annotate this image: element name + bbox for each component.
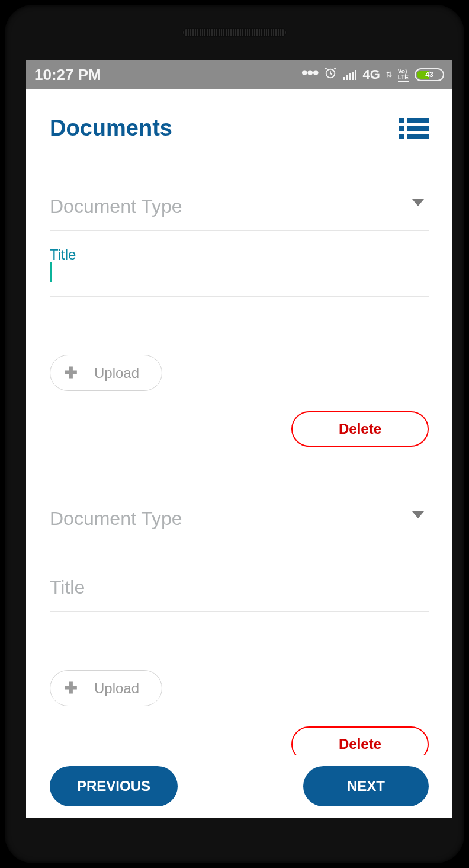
data-arrows-icon: ⇅ — [386, 71, 392, 79]
document-block: Document Type Title ✚ Upload Delete — [50, 453, 429, 768]
list-view-icon[interactable] — [399, 118, 429, 139]
plus-icon: ✚ — [65, 679, 78, 697]
volte-label: Vo)LTE — [398, 68, 409, 82]
text-cursor — [50, 262, 52, 282]
page-header: Documents — [26, 89, 452, 141]
battery-level: 43 — [416, 71, 443, 79]
document-block: Document Type Title ✚ Upload Delete — [50, 141, 429, 453]
more-dots-icon: ••• — [301, 70, 319, 75]
document-type-label: Document Type — [50, 508, 429, 530]
battery-icon: 43 — [415, 68, 444, 81]
bottom-nav: PREVIOUS NEXT — [26, 755, 452, 818]
upload-button[interactable]: ✚ Upload — [50, 670, 162, 706]
page-title: Documents — [50, 116, 172, 141]
document-type-select[interactable]: Document Type — [50, 196, 429, 231]
screen: 10:27 PM ••• 4G ⇅ Vo)LTE 43 — [26, 60, 452, 818]
alarm-icon — [324, 66, 337, 83]
previous-button[interactable]: PREVIOUS — [50, 766, 178, 806]
chevron-down-icon — [412, 511, 424, 518]
status-bar: 10:27 PM ••• 4G ⇅ Vo)LTE 43 — [26, 60, 452, 89]
plus-icon: ✚ — [65, 364, 78, 382]
status-time: 10:27 PM — [34, 66, 101, 84]
title-input[interactable]: Title — [50, 246, 429, 297]
upload-label: Upload — [94, 365, 139, 382]
title-label: Title — [50, 576, 429, 598]
next-button[interactable]: NEXT — [303, 766, 429, 806]
signal-icon — [343, 69, 356, 80]
document-type-select[interactable]: Document Type — [50, 508, 429, 543]
form-area: Document Type Title ✚ Upload Delete — [26, 141, 452, 768]
delete-button[interactable]: Delete — [291, 411, 429, 447]
network-label: 4G — [362, 67, 380, 82]
document-type-label: Document Type — [50, 196, 429, 217]
phone-frame: 10:27 PM ••• 4G ⇅ Vo)LTE 43 — [5, 5, 464, 863]
status-icons: ••• 4G ⇅ Vo)LTE 43 — [301, 66, 444, 83]
title-input[interactable]: Title — [50, 576, 429, 612]
phone-speaker — [182, 28, 287, 37]
upload-button[interactable]: ✚ Upload — [50, 355, 162, 391]
title-label: Title — [50, 246, 429, 263]
content: Documents Document Type Title — [26, 89, 452, 818]
chevron-down-icon — [412, 199, 424, 206]
upload-label: Upload — [94, 680, 139, 697]
